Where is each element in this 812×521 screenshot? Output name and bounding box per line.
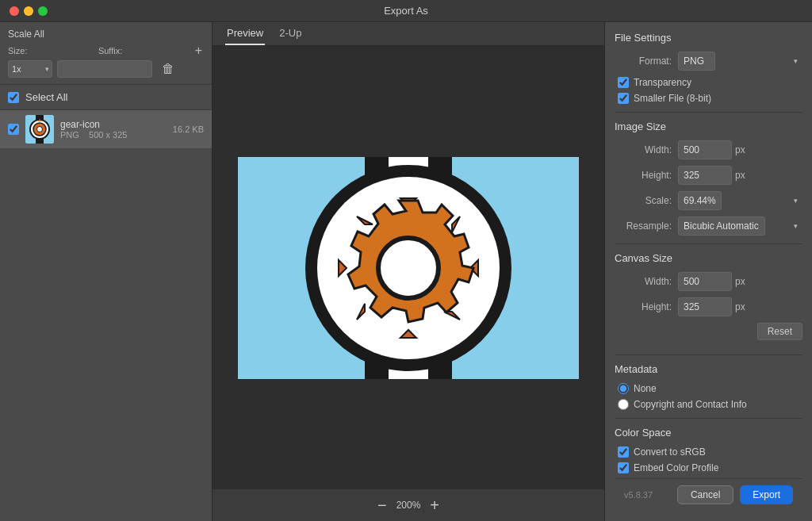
zoom-in-button[interactable]: + xyxy=(430,497,439,513)
bottom-buttons: Cancel Export xyxy=(677,485,793,504)
center-panel: Preview 2-Up xyxy=(213,22,604,521)
format-select-wrapper: PNG JPEG GIF SVG WebP xyxy=(678,52,802,71)
preview-canvas xyxy=(238,157,579,379)
format-select[interactable]: PNG JPEG GIF SVG WebP xyxy=(678,52,715,71)
resample-select-wrapper: Bicubic Automatic Bicubic Bicubic Smooth… xyxy=(678,216,802,236)
transparency-row: Transparency xyxy=(615,77,802,88)
smaller-file-row: Smaller File (8-bit) xyxy=(615,93,802,104)
color-space-title: Color Space xyxy=(615,427,802,439)
canvas-height-label: Height: xyxy=(615,301,672,312)
canvas-width-label: Width: xyxy=(615,276,672,287)
image-width-unit: px xyxy=(735,144,748,155)
scale-select[interactable]: 69.44% 25% 50% 75% 100% xyxy=(678,191,722,210)
image-height-row: Height: px xyxy=(615,166,802,185)
convert-srgb-row: Convert to sRGB xyxy=(615,446,802,458)
canvas-width-input[interactable] xyxy=(678,272,732,291)
divider-4 xyxy=(615,418,802,419)
version-label: v5.8.37 xyxy=(624,490,653,500)
image-height-unit: px xyxy=(735,170,748,181)
smaller-file-label: Smaller File (8-bit) xyxy=(634,93,711,104)
titlebar-buttons xyxy=(10,6,48,16)
reset-row: Reset xyxy=(615,323,802,347)
image-size-title: Image Size xyxy=(615,121,802,132)
image-height-input[interactable] xyxy=(678,166,732,185)
file-format: PNG xyxy=(60,130,79,140)
select-all-label: Select All xyxy=(25,91,67,103)
size-dropdown-wrapper: 1x 0.5x 2x 3x xyxy=(8,60,52,78)
canvas-width-unit: px xyxy=(735,276,748,287)
transparency-checkbox[interactable] xyxy=(618,77,629,88)
close-button[interactable] xyxy=(10,6,19,16)
file-size: 16.2 KB xyxy=(173,125,204,134)
file-dimensions: 500 x 325 xyxy=(89,130,127,140)
canvas-size-title: Canvas Size xyxy=(615,252,802,264)
delete-scale-button[interactable]: 🗑 xyxy=(160,63,176,75)
smaller-file-checkbox[interactable] xyxy=(618,93,629,104)
file-item-checkbox[interactable] xyxy=(8,124,19,135)
size-select-wrapper: 1x 0.5x 2x 3x 🗑 xyxy=(8,60,204,78)
file-thumbnail xyxy=(25,115,54,144)
suffix-input[interactable] xyxy=(57,60,152,78)
zoom-out-button[interactable]: − xyxy=(377,497,387,513)
file-meta: PNG 500 x 325 xyxy=(60,130,167,140)
canvas-height-input[interactable] xyxy=(678,297,732,316)
metadata-none-radio[interactable] xyxy=(618,383,629,394)
embed-color-checkbox[interactable] xyxy=(618,462,629,473)
divider-2 xyxy=(615,243,802,244)
maximize-button[interactable] xyxy=(38,6,48,16)
metadata-title: Metadata xyxy=(615,363,802,375)
embed-color-label: Embed Color Profile xyxy=(634,462,718,473)
scale-select-wrapper: 69.44% 25% 50% 75% 100% xyxy=(678,191,802,210)
zoom-level: 200% xyxy=(396,500,421,511)
reset-button[interactable]: Reset xyxy=(757,323,802,340)
add-scale-button[interactable]: + xyxy=(193,44,204,57)
format-row: Format: PNG JPEG GIF SVG WebP xyxy=(615,52,802,71)
size-suffix-row: Size: Suffix: + xyxy=(8,44,204,57)
metadata-copyright-radio[interactable] xyxy=(618,399,629,410)
format-label: Format: xyxy=(615,56,672,67)
file-list-item[interactable]: gear-icon PNG 500 x 325 16.2 KB xyxy=(0,110,212,149)
window-title: Export As xyxy=(384,5,428,17)
file-settings-title: File Settings xyxy=(615,32,802,44)
resample-select[interactable]: Bicubic Automatic Bicubic Bicubic Smooth… xyxy=(678,216,765,236)
bottom-bar: v5.8.37 Cancel Export xyxy=(615,478,802,511)
size-dropdown[interactable]: 1x 0.5x 2x 3x xyxy=(8,60,52,78)
metadata-none-label: None xyxy=(634,383,657,394)
titlebar: Export As xyxy=(0,0,812,22)
canvas-height-unit: px xyxy=(735,301,748,312)
scale-all-title: Scale All xyxy=(8,29,204,40)
image-width-row: Width: px xyxy=(615,140,802,159)
export-button[interactable]: Export xyxy=(740,485,793,504)
main-container: Scale All Size: Suffix: + 1x 0.5x 2x 3x … xyxy=(0,22,812,521)
convert-srgb-checkbox[interactable] xyxy=(618,446,629,458)
metadata-copyright-row: Copyright and Contact Info xyxy=(615,399,802,410)
tabs-row: Preview 2-Up xyxy=(213,22,604,46)
cancel-button[interactable]: Cancel xyxy=(677,485,733,504)
right-panel: File Settings Format: PNG JPEG GIF SVG W… xyxy=(604,22,812,521)
scale-all-section: Scale All Size: Suffix: + 1x 0.5x 2x 3x … xyxy=(0,22,212,85)
size-label: Size: xyxy=(8,46,27,56)
left-panel: Scale All Size: Suffix: + 1x 0.5x 2x 3x … xyxy=(0,22,213,521)
transparency-label: Transparency xyxy=(634,77,691,88)
thumbnail-svg xyxy=(25,115,54,144)
image-width-label: Width: xyxy=(615,144,672,155)
resample-label: Resample: xyxy=(615,220,672,232)
file-list: gear-icon PNG 500 x 325 16.2 KB xyxy=(0,110,212,521)
tab-2up[interactable]: 2-Up xyxy=(278,22,303,45)
suffix-label: Suffix: xyxy=(98,46,122,56)
preview-image xyxy=(238,157,579,379)
metadata-copyright-label: Copyright and Contact Info xyxy=(634,399,747,410)
preview-area xyxy=(213,46,604,489)
canvas-width-row: Width: px xyxy=(615,272,802,291)
canvas-height-row: Height: px xyxy=(615,297,802,316)
image-height-label: Height: xyxy=(615,170,672,181)
image-width-input[interactable] xyxy=(678,140,732,159)
convert-srgb-label: Convert to sRGB xyxy=(634,446,706,458)
select-all-checkbox[interactable] xyxy=(8,92,19,103)
tab-preview[interactable]: Preview xyxy=(225,22,265,45)
minimize-button[interactable] xyxy=(24,6,33,16)
scale-row: Scale: 69.44% 25% 50% 75% 100% xyxy=(615,191,802,210)
file-name: gear-icon xyxy=(60,119,167,130)
zoom-controls: − 200% + xyxy=(213,489,604,521)
svg-point-5 xyxy=(37,127,43,132)
